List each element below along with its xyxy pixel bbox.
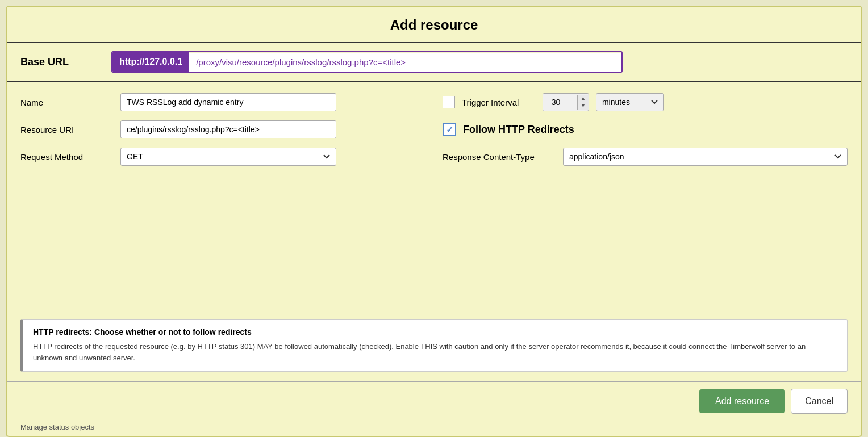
info-box-text: HTTP redirects of the requested resource…: [33, 341, 837, 363]
trigger-interval-row: Trigger Interval ▲ ▼ seconds minutes hou…: [443, 93, 848, 111]
name-row: Name: [20, 93, 425, 111]
base-url-row: Base URL http://127.0.0.1 /proxy/visu/re…: [7, 43, 861, 82]
form-body: Name Resource URI Request Method GET POS…: [7, 82, 861, 319]
dialog-title: Add resource: [7, 7, 861, 43]
resource-uri-label: Resource URI: [20, 125, 111, 135]
info-box: HTTP redirects: Choose whether or not to…: [20, 319, 848, 372]
name-input[interactable]: [120, 93, 336, 111]
trigger-interval-input-wrapper: ▲ ▼: [542, 93, 589, 111]
form-right: Trigger Interval ▲ ▼ seconds minutes hou…: [443, 93, 848, 308]
base-url-value[interactable]: http://127.0.0.1 /proxy/visu/resource/pl…: [111, 51, 623, 73]
add-resource-dialog: Add resource Base URL http://127.0.0.1 /…: [6, 6, 862, 437]
base-url-host: http://127.0.0.1: [112, 52, 189, 72]
content-type-select[interactable]: application/json text/plain text/html ap…: [563, 148, 848, 166]
cancel-button[interactable]: Cancel: [791, 389, 848, 414]
trigger-interval-unit-select[interactable]: seconds minutes hours: [596, 93, 664, 111]
follow-redirects-row: ✓ Follow HTTP Redirects: [443, 123, 848, 136]
trigger-interval-label: Trigger Interval: [462, 98, 536, 107]
follow-redirects-label: Follow HTTP Redirects: [463, 124, 574, 136]
increment-button[interactable]: ▲: [578, 95, 589, 102]
add-resource-button[interactable]: Add resource: [699, 389, 785, 413]
name-label: Name: [20, 98, 111, 107]
form-left: Name Resource URI Request Method GET POS…: [20, 93, 425, 308]
info-box-title: HTTP redirects: Choose whether or not to…: [33, 327, 837, 337]
request-method-label: Request Method: [20, 152, 111, 162]
follow-redirects-checkbox[interactable]: ✓: [443, 123, 456, 136]
content-type-label: Response Content-Type: [443, 152, 556, 162]
number-arrows: ▲ ▼: [577, 95, 589, 110]
bottom-text: Manage status objects: [7, 421, 861, 436]
request-method-select[interactable]: GET POST PUT DELETE: [120, 148, 336, 166]
request-method-row: Request Method GET POST PUT DELETE: [20, 148, 425, 166]
base-url-path: /proxy/visu/resource/plugins/rsslog/rssl…: [189, 53, 621, 72]
trigger-interval-input[interactable]: [543, 94, 577, 111]
resource-uri-row: Resource URI: [20, 120, 425, 138]
decrement-button[interactable]: ▼: [578, 102, 589, 110]
content-type-row: Response Content-Type application/json t…: [443, 148, 848, 166]
resource-uri-input[interactable]: [120, 120, 336, 138]
dialog-footer: Add resource Cancel: [7, 381, 861, 421]
base-url-label: Base URL: [20, 56, 100, 68]
trigger-interval-checkbox[interactable]: [443, 96, 455, 108]
